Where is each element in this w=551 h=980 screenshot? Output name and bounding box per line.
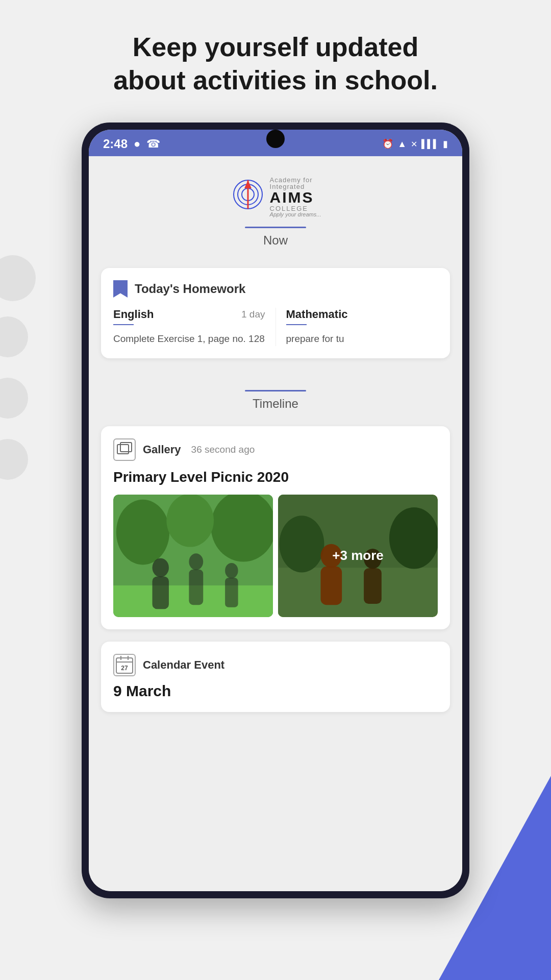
battery-icon: ▮ (443, 138, 448, 150)
svg-rect-5 (117, 445, 129, 454)
svg-rect-6 (120, 443, 132, 452)
svg-point-10 (166, 495, 214, 547)
calendar-event-type: Calendar Event (143, 658, 224, 672)
status-time: 2:48 (103, 137, 128, 151)
phone-screen: 2:48 ● ☎ ⏰ ▲ ✕ ▌▌▌ ▮ (89, 130, 462, 891)
subject-english-desc: Complete Exercise 1, page no. 128 (113, 332, 265, 346)
subject-english-name: English (113, 308, 154, 321)
svg-text:27: 27 (121, 665, 128, 672)
more-photos-count: +3 more (332, 548, 383, 564)
subject-math-name: Mathematic (286, 308, 348, 321)
svg-point-12 (153, 558, 169, 577)
calendar-event-header: 27 Calendar Event (113, 654, 438, 676)
timeline-tab-label[interactable]: Timeline (253, 397, 298, 411)
subject-math-underline (286, 324, 307, 325)
gallery-event-title: Primary Level Picnic 2020 (113, 469, 438, 485)
subject-english-underline (113, 324, 134, 325)
homework-subjects-list: English 1 day Complete Exercise 1, page … (113, 308, 438, 346)
status-left: 2:48 ● ☎ (103, 137, 160, 151)
notification-dot-icon: ● (134, 137, 140, 151)
signal-x-icon: ✕ (411, 139, 417, 149)
camera-notch (266, 130, 285, 148)
subject-english[interactable]: English 1 day Complete Exercise 1, page … (113, 308, 276, 346)
subject-math-desc: prepare for tu (286, 332, 438, 346)
status-right: ⏰ ▲ ✕ ▌▌▌ ▮ (382, 138, 448, 150)
bg-decoration-circle-3 (0, 378, 28, 419)
subject-english-header: English 1 day (113, 308, 265, 321)
timeline-tab-underline (245, 390, 306, 391)
wifi-icon: ▲ (397, 139, 407, 150)
logo-area: Academy for Integrated AIMS COLLEGE Appl… (89, 156, 462, 268)
homework-bookmark-icon (113, 280, 128, 298)
homework-card-header: Today's Homework (113, 280, 438, 298)
bg-decoration-circle-2 (0, 316, 28, 357)
timeline-meta: Gallery 36 second ago (143, 443, 255, 456)
logo-box: Academy for Integrated AIMS COLLEGE Appl… (230, 177, 321, 217)
calendar-event-card: 27 Calendar Event 9 March (101, 642, 450, 712)
bg-decoration-circle-4 (0, 439, 28, 480)
photo-2[interactable]: +3 more (278, 495, 438, 617)
subject-english-days: 1 day (241, 309, 265, 320)
homework-card: Today's Homework English 1 day Complete … (101, 268, 450, 358)
more-photos-overlay[interactable]: +3 more (278, 495, 438, 617)
bg-decoration-circle-1 (0, 255, 36, 301)
svg-rect-15 (189, 569, 203, 605)
subject-math-header: Mathematic (286, 308, 438, 321)
svg-point-16 (225, 563, 238, 578)
timeline-gallery-card: Gallery 36 second ago Primary Level Picn… (101, 426, 450, 629)
svg-rect-17 (225, 577, 238, 607)
timeline-tab-section: Timeline (89, 371, 462, 426)
page-header: Keep yourself updated about activities i… (0, 0, 551, 122)
viber-icon: ☎ (146, 137, 160, 151)
tagline-text: Apply your dreams... (270, 212, 321, 217)
aims-logo-icon (230, 179, 266, 215)
now-tab-label[interactable]: Now (263, 233, 288, 248)
signal-bars-icon: ▌▌▌ (421, 139, 439, 149)
gallery-icon (113, 438, 136, 461)
svg-point-8 (116, 499, 169, 565)
photos-grid: +3 more (113, 495, 438, 617)
app-content: Academy for Integrated AIMS COLLEGE Appl… (89, 156, 462, 891)
phone-frame: 2:48 ● ☎ ⏰ ▲ ✕ ▌▌▌ ▮ (82, 122, 469, 898)
now-tab-underline (245, 227, 306, 228)
subject-math[interactable]: Mathematic prepare for tu (276, 308, 438, 346)
homework-card-title: Today's Homework (135, 282, 245, 296)
gallery-type-label: Gallery (143, 443, 181, 456)
aims-text: AIMS (270, 190, 314, 205)
calendar-icon: 27 (113, 654, 136, 676)
gallery-time-ago: 36 second ago (191, 444, 255, 455)
alarm-icon: ⏰ (382, 138, 393, 150)
timeline-gallery-header: Gallery 36 second ago (113, 438, 438, 461)
svg-rect-13 (153, 576, 169, 609)
calendar-event-date: 9 March (113, 682, 438, 700)
svg-point-14 (189, 553, 203, 570)
logo-text-block: Academy for Integrated AIMS COLLEGE Appl… (270, 177, 321, 217)
photo-1[interactable] (113, 495, 273, 617)
